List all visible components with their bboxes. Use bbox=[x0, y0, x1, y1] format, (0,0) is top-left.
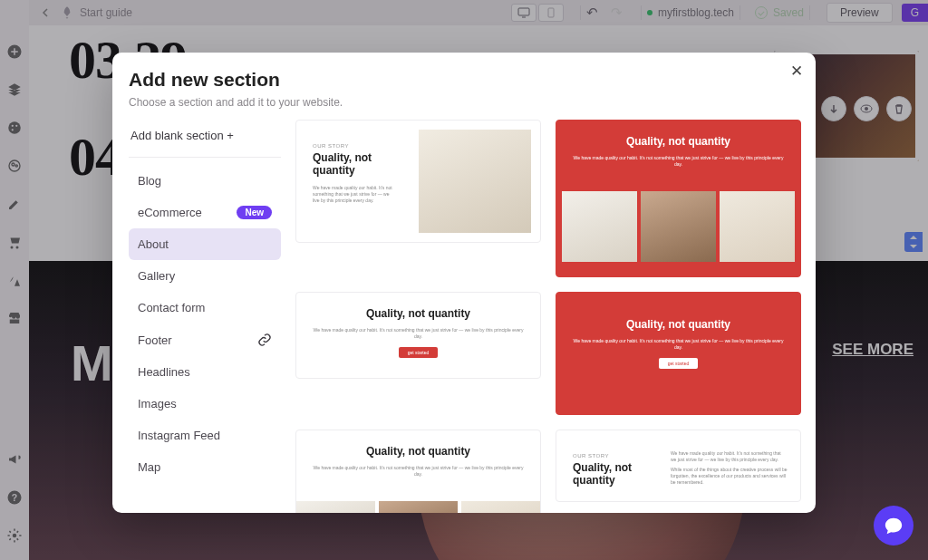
add-blank-section[interactable]: Add blank section + bbox=[129, 120, 281, 157]
category-footer[interactable]: Footer bbox=[129, 323, 281, 356]
template-body: We have made quality our habit. It's not… bbox=[573, 338, 784, 351]
template-body: We have made quality our habit. It's not… bbox=[313, 465, 524, 478]
template-body: We have made quality our habit. It's not… bbox=[313, 185, 397, 204]
template-card[interactable]: OUR STORY Quality, not quantity We have … bbox=[295, 120, 541, 243]
template-overline: OUR STORY bbox=[573, 453, 609, 459]
category-ecommerce[interactable]: eCommerceNew bbox=[129, 197, 281, 228]
template-body: We have made quality our habit. It's not… bbox=[573, 155, 784, 168]
category-images[interactable]: Images bbox=[129, 388, 281, 420]
add-section-modal: ✕ Add new section Choose a section and a… bbox=[112, 53, 816, 513]
template-heading: Quality, not quantity bbox=[313, 151, 397, 178]
template-body-2: While most of the things about the creat… bbox=[671, 467, 788, 486]
template-card[interactable]: Quality, not quantity We have made quali… bbox=[295, 430, 541, 513]
category-contact-form[interactable]: Contact form bbox=[129, 292, 281, 323]
category-about[interactable]: About bbox=[129, 228, 281, 260]
template-overline: OUR STORY bbox=[313, 143, 349, 149]
category-map[interactable]: Map bbox=[129, 451, 281, 483]
category-instagram-feed[interactable]: Instagram Feed bbox=[129, 420, 281, 451]
modal-subtitle: Choose a section and add it to your webs… bbox=[129, 96, 799, 109]
template-cta: get started bbox=[659, 358, 699, 369]
template-card[interactable]: Quality, not quantity We have made quali… bbox=[556, 120, 801, 277]
template-body: We have made quality our habit. It's not… bbox=[671, 450, 788, 463]
new-badge: New bbox=[237, 206, 272, 219]
template-heading: Quality, not quantity bbox=[573, 135, 784, 148]
template-card[interactable]: Quality, not quantity We have made quali… bbox=[556, 292, 801, 415]
category-label: Images bbox=[138, 397, 177, 410]
category-list: Add blank section + BlogeCommerceNewAbou… bbox=[112, 120, 294, 513]
modal-title: Add new section bbox=[129, 69, 799, 91]
category-label: Instagram Feed bbox=[138, 429, 220, 442]
template-heading: Quality, not quantity bbox=[573, 461, 643, 488]
category-blog[interactable]: Blog bbox=[129, 165, 281, 197]
template-image-strip bbox=[556, 191, 800, 267]
category-label: eCommerce bbox=[138, 206, 202, 219]
template-cta: get started bbox=[399, 347, 439, 358]
template-image-strip bbox=[296, 501, 540, 513]
category-label: Contact form bbox=[138, 301, 205, 314]
template-heading: Quality, not quantity bbox=[313, 445, 524, 458]
link-icon bbox=[257, 333, 272, 347]
template-body: We have made quality our habit. It's not… bbox=[313, 327, 524, 340]
category-label: Footer bbox=[138, 333, 172, 347]
category-label: About bbox=[138, 237, 169, 251]
template-card[interactable]: OUR STORY Quality, not quantity We have … bbox=[556, 430, 801, 502]
template-image bbox=[419, 130, 531, 233]
category-headlines[interactable]: Headlines bbox=[129, 356, 281, 388]
category-label: Headlines bbox=[138, 365, 190, 379]
close-icon[interactable]: ✕ bbox=[790, 62, 803, 81]
category-label: Gallery bbox=[138, 269, 175, 283]
template-heading: Quality, not quantity bbox=[313, 307, 524, 320]
template-card[interactable]: Quality, not quantity We have made quali… bbox=[295, 292, 541, 379]
chat-bubble[interactable] bbox=[874, 506, 914, 546]
category-label: Blog bbox=[138, 174, 161, 188]
category-gallery[interactable]: Gallery bbox=[129, 260, 281, 292]
template-grid: OUR STORY Quality, not quantity We have … bbox=[294, 120, 816, 513]
category-label: Map bbox=[138, 460, 160, 474]
template-heading: Quality, not quantity bbox=[573, 318, 784, 331]
